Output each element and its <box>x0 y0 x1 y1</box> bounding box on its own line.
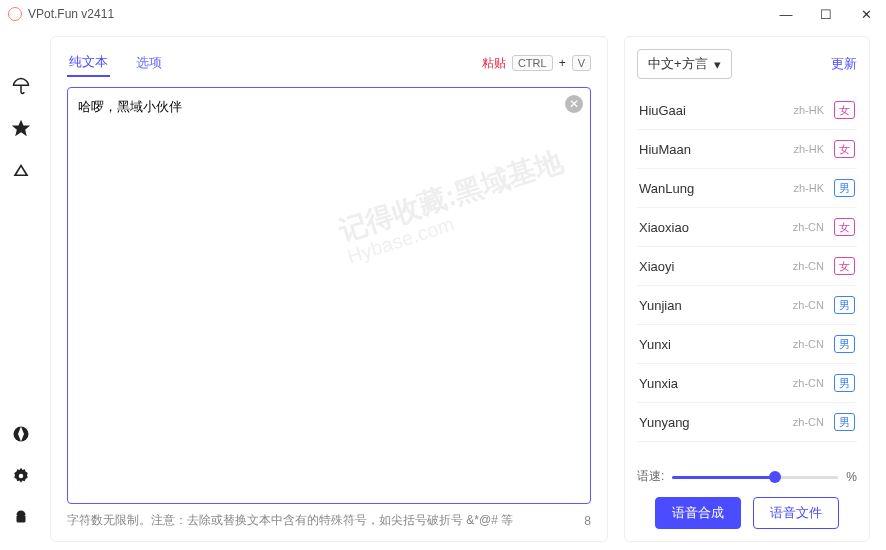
voice-name: Xiaoyi <box>639 259 674 274</box>
voice-row[interactable]: WanLungzh-HK男 <box>637 169 857 208</box>
speed-label: 语速: <box>637 468 664 485</box>
voice-locale: zh-CN <box>793 416 824 428</box>
triangle-icon[interactable] <box>11 160 31 180</box>
voice-name: Xiaoxiao <box>639 220 689 235</box>
window-title: VPot.Fun v2411 <box>28 7 114 21</box>
text-panel: 纯文本 选项 粘贴 CTRL + V ✕ 记得收藏:黑域基地 Hybase.co… <box>50 36 608 542</box>
gender-badge: 男 <box>834 374 855 392</box>
gender-badge: 女 <box>834 218 855 236</box>
voice-row[interactable]: Yunxiazh-CN男 <box>637 364 857 403</box>
voice-panel: 中文+方言 ▾ 更新 HiuGaaizh-HK女HiuMaanzh-HK女Wan… <box>624 36 870 542</box>
umbrella-icon[interactable] <box>11 76 31 96</box>
gender-badge: 男 <box>834 335 855 353</box>
tab-plaintext[interactable]: 纯文本 <box>67 49 110 77</box>
gear-icon[interactable] <box>11 466 31 486</box>
voice-locale: zh-HK <box>793 182 824 194</box>
clear-text-button[interactable]: ✕ <box>565 95 583 113</box>
voice-name: Yunxia <box>639 376 678 391</box>
voice-name: Yunxi <box>639 337 671 352</box>
gender-badge: 女 <box>834 101 855 119</box>
voice-row[interactable]: Yunyangzh-CN男 <box>637 403 857 442</box>
voice-locale: zh-HK <box>793 143 824 155</box>
synthesize-button[interactable]: 语音合成 <box>655 497 741 529</box>
android-icon[interactable] <box>11 508 31 528</box>
refresh-button[interactable]: 更新 <box>831 55 857 73</box>
svg-rect-6 <box>17 515 26 523</box>
voice-row[interactable]: HiuMaanzh-HK女 <box>637 130 857 169</box>
chevron-down-icon: ▾ <box>714 57 721 72</box>
gender-badge: 男 <box>834 179 855 197</box>
language-dropdown[interactable]: 中文+方言 ▾ <box>637 49 732 79</box>
voice-locale: zh-CN <box>793 338 824 350</box>
aperture-icon[interactable] <box>11 424 31 444</box>
tab-options[interactable]: 选项 <box>134 50 164 76</box>
window-minimize-button[interactable]: — <box>766 0 806 28</box>
voice-list: HiuGaaizh-HK女HiuMaanzh-HK女WanLungzh-HK男X… <box>637 91 857 456</box>
svg-point-5 <box>19 474 24 479</box>
kbd-ctrl: CTRL <box>512 55 553 71</box>
paste-label: 粘贴 <box>482 55 506 72</box>
voice-name: Yunyang <box>639 415 690 430</box>
voice-row[interactable]: Xiaoxiaozh-CN女 <box>637 208 857 247</box>
text-input[interactable] <box>67 87 591 504</box>
voice-row[interactable]: Yunjianzh-CN男 <box>637 286 857 325</box>
voice-name: HiuMaan <box>639 142 691 157</box>
voice-locale: zh-HK <box>793 104 824 116</box>
voice-locale: zh-CN <box>793 221 824 233</box>
kbd-v: V <box>572 55 591 71</box>
voice-name: Yunjian <box>639 298 682 313</box>
gender-badge: 男 <box>834 296 855 314</box>
voice-locale: zh-CN <box>793 377 824 389</box>
titlebar: VPot.Fun v2411 — ☐ ✕ <box>0 0 886 28</box>
star-icon[interactable] <box>11 118 31 138</box>
voice-locale: zh-CN <box>793 299 824 311</box>
app-logo-icon <box>8 7 22 21</box>
gender-badge: 女 <box>834 257 855 275</box>
gender-badge: 女 <box>834 140 855 158</box>
voice-row[interactable]: Xiaoyizh-CN女 <box>637 247 857 286</box>
char-count: 8 <box>584 514 591 528</box>
svg-marker-0 <box>12 120 30 137</box>
hint-text: 字符数无限制。注意：去除或替换文本中含有的特殊符号，如尖括号破折号 &*@# 等 <box>67 512 513 529</box>
window-maximize-button[interactable]: ☐ <box>806 0 846 28</box>
speed-unit: % <box>846 470 857 484</box>
voice-row[interactable]: Yunxizh-CN男 <box>637 325 857 364</box>
voice-name: WanLung <box>639 181 694 196</box>
gender-badge: 男 <box>834 413 855 431</box>
sidebar <box>0 28 42 550</box>
voice-file-button[interactable]: 语音文件 <box>753 497 839 529</box>
voice-name: HiuGaai <box>639 103 686 118</box>
voice-row[interactable]: HiuGaaizh-HK女 <box>637 91 857 130</box>
kbd-plus: + <box>559 56 566 70</box>
voice-locale: zh-CN <box>793 260 824 272</box>
window-close-button[interactable]: ✕ <box>846 0 886 28</box>
speed-slider[interactable] <box>672 470 838 484</box>
